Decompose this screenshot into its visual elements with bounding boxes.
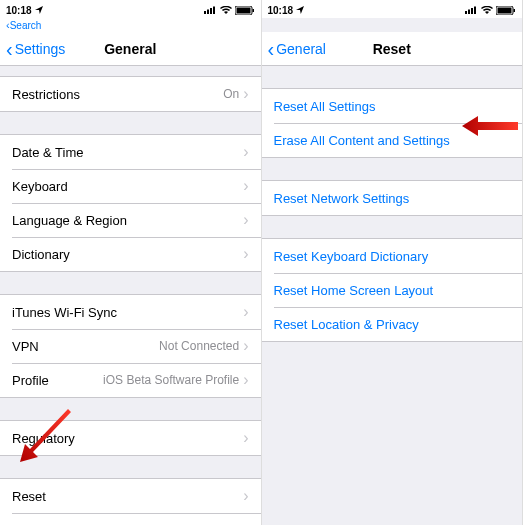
svg-rect-5 <box>236 7 250 13</box>
chevron-right-icon: › <box>243 214 248 226</box>
cell-reset-location-privacy[interactable]: Reset Location & Privacy <box>262 307 523 341</box>
cell-keyboard[interactable]: Keyboard › <box>0 169 261 203</box>
status-bar: 10:18 <box>262 0 523 18</box>
nav-back-general[interactable]: ‹ General <box>268 41 326 57</box>
chevron-right-icon: › <box>243 340 248 352</box>
chevron-right-icon: › <box>243 306 248 318</box>
wifi-icon <box>481 6 493 14</box>
chevron-right-icon: › <box>243 146 248 158</box>
back-to-search[interactable]: Search <box>0 18 261 32</box>
cell-shutdown[interactable]: Shut Down <box>0 513 261 525</box>
chevron-right-icon: › <box>243 374 248 386</box>
cell-reset-network[interactable]: Reset Network Settings <box>262 181 523 215</box>
location-icon <box>296 5 304 16</box>
wifi-icon <box>220 6 232 14</box>
status-time: 10:18 <box>268 5 294 16</box>
nav-back-settings[interactable]: ‹ Settings <box>6 41 65 57</box>
signal-icon <box>465 6 478 14</box>
chevron-right-icon: › <box>243 432 248 444</box>
svg-rect-7 <box>465 11 467 14</box>
chevron-right-icon: › <box>243 180 248 192</box>
location-icon <box>35 5 43 16</box>
nav-bar: ‹ General Reset <box>262 32 523 66</box>
cell-itunes-wifi[interactable]: iTunes Wi-Fi Sync › <box>0 295 261 329</box>
svg-rect-12 <box>498 7 512 13</box>
battery-icon <box>496 6 516 15</box>
svg-rect-0 <box>204 11 206 14</box>
screen-reset: 10:18 ‹ General Reset Rese <box>262 0 524 525</box>
svg-rect-13 <box>514 9 516 12</box>
cell-reset-home-layout[interactable]: Reset Home Screen Layout <box>262 273 523 307</box>
svg-rect-2 <box>210 8 212 14</box>
svg-rect-10 <box>474 7 476 15</box>
cell-profile[interactable]: Profile iOS Beta Software Profile › <box>0 363 261 397</box>
svg-rect-9 <box>471 8 473 14</box>
cell-reset-all-settings[interactable]: Reset All Settings <box>262 89 523 123</box>
svg-rect-3 <box>213 7 215 15</box>
cell-restrictions[interactable]: Restrictions On › <box>0 77 261 111</box>
svg-rect-8 <box>468 10 470 15</box>
battery-icon <box>235 6 255 15</box>
cell-erase-all-content[interactable]: Erase All Content and Settings <box>262 123 523 157</box>
chevron-right-icon: › <box>243 88 248 100</box>
screen-general: 10:18 Search ‹ Settings General <box>0 0 262 525</box>
nav-bar: ‹ Settings General <box>0 32 261 66</box>
svg-rect-1 <box>207 10 209 15</box>
chevron-left-icon: ‹ <box>6 42 13 56</box>
cell-reset[interactable]: Reset › <box>0 479 261 513</box>
cell-regulatory[interactable]: Regulatory › <box>0 421 261 455</box>
cell-dictionary[interactable]: Dictionary › <box>0 237 261 271</box>
cell-language-region[interactable]: Language & Region › <box>0 203 261 237</box>
status-time: 10:18 <box>6 5 32 16</box>
cell-vpn[interactable]: VPN Not Connected › <box>0 329 261 363</box>
chevron-right-icon: › <box>243 490 248 502</box>
cell-date-time[interactable]: Date & Time › <box>0 135 261 169</box>
signal-icon <box>204 6 217 14</box>
chevron-right-icon: › <box>243 248 248 260</box>
chevron-left-icon: ‹ <box>268 42 275 56</box>
svg-rect-6 <box>252 9 254 12</box>
cell-reset-keyboard-dict[interactable]: Reset Keyboard Dictionary <box>262 239 523 273</box>
status-bar: 10:18 <box>0 0 261 18</box>
